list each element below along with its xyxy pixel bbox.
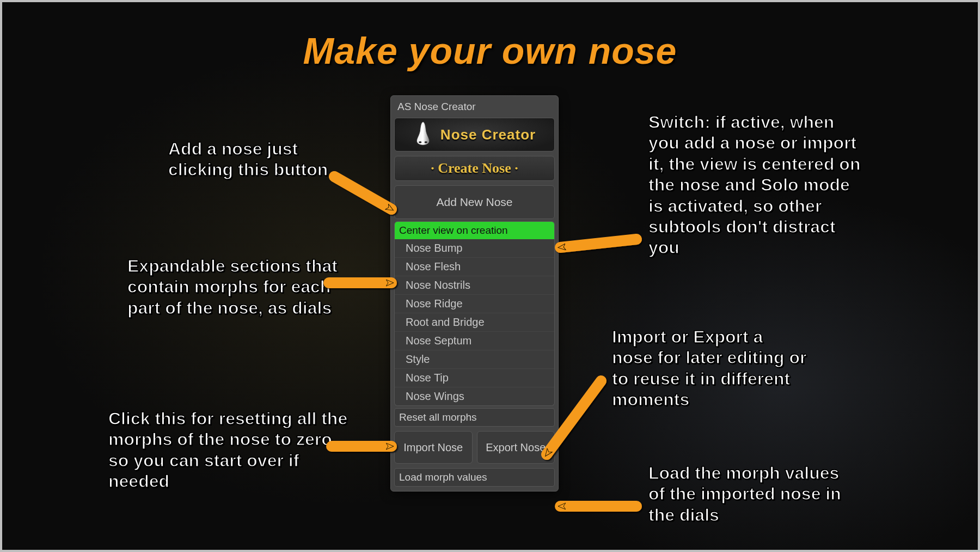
- section-nose-ridge[interactable]: Nose Ridge: [395, 294, 554, 313]
- callout-center: Switch: if active, when you add a nose o…: [648, 112, 861, 258]
- callout-io: Import or Export a nose for later editin…: [612, 326, 808, 410]
- banner-text: Nose Creator: [440, 126, 536, 143]
- section-nose-nostrils[interactable]: Nose Nostrils: [395, 276, 554, 294]
- nose-icon: [413, 121, 433, 149]
- section-nose-flesh[interactable]: Nose Flesh: [395, 257, 554, 276]
- section-root-bridge[interactable]: Root and Bridge: [395, 313, 554, 331]
- import-nose-button[interactable]: Import Nose: [394, 431, 473, 464]
- section-nose-tip[interactable]: Nose Tip: [395, 368, 554, 387]
- section-style[interactable]: Style: [395, 350, 554, 368]
- page-title: Make your own nose: [10, 29, 970, 72]
- panel-title: AS Nose Creator: [391, 96, 558, 118]
- callout-load: Load the morph values of the imported no…: [648, 463, 855, 525]
- callout-add: Add a nose just clicking this button: [168, 138, 364, 180]
- reset-all-morphs-button[interactable]: Reset all morphs: [394, 408, 555, 427]
- banner: Nose Creator: [394, 118, 555, 151]
- center-view-toggle[interactable]: Center view on creation: [395, 222, 554, 239]
- svg-point-1: [425, 141, 427, 143]
- section-nose-septum[interactable]: Nose Septum: [395, 331, 554, 350]
- callout-reset: Click this for resetting all the morphs …: [108, 408, 348, 492]
- load-morph-values-button[interactable]: Load morph values: [394, 468, 555, 487]
- add-new-nose-button[interactable]: Add New Nose: [394, 185, 555, 219]
- callout-sections: Expandable sections that contain morphs …: [127, 256, 345, 318]
- section-nose-wings[interactable]: Nose Wings: [395, 387, 554, 405]
- export-nose-button[interactable]: Export Nose: [477, 431, 555, 464]
- morph-sections: Nose Bump Nose Flesh Nose Nostrils Nose …: [394, 239, 555, 406]
- svg-point-0: [419, 141, 421, 143]
- section-nose-bump[interactable]: Nose Bump: [395, 239, 554, 257]
- create-nose-header[interactable]: · Create Nose ·: [394, 156, 555, 181]
- nose-creator-panel: AS Nose Creator: [390, 95, 559, 492]
